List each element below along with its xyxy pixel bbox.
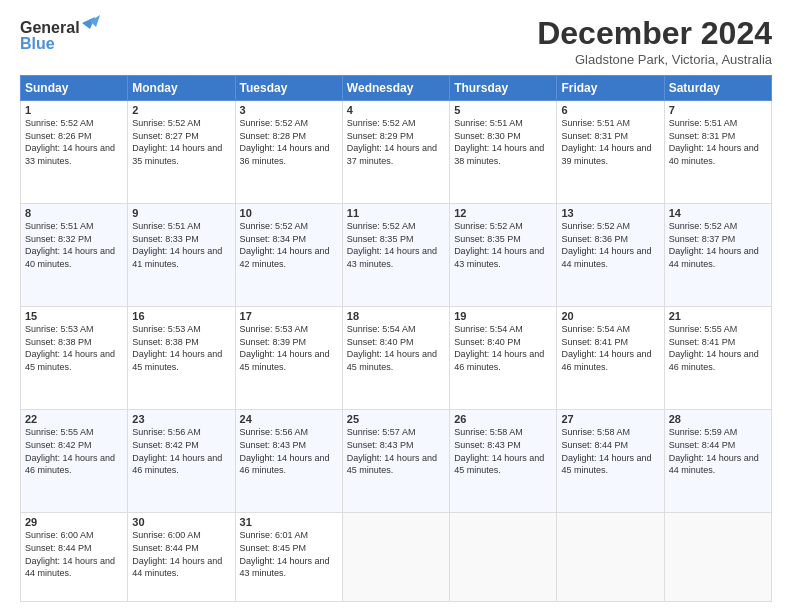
day-info: Sunrise: 5:52 AM Sunset: 8:37 PM Dayligh… — [669, 220, 767, 270]
day-info: Sunrise: 5:54 AM Sunset: 8:40 PM Dayligh… — [454, 323, 552, 373]
day-number: 11 — [347, 207, 445, 219]
day-number: 4 — [347, 104, 445, 116]
calendar-cell: 11 Sunrise: 5:52 AM Sunset: 8:35 PM Dayl… — [342, 204, 449, 307]
calendar-cell: 1 Sunrise: 5:52 AM Sunset: 8:26 PM Dayli… — [21, 101, 128, 204]
day-number: 1 — [25, 104, 123, 116]
day-info: Sunrise: 5:52 AM Sunset: 8:29 PM Dayligh… — [347, 117, 445, 167]
calendar-cell: 24 Sunrise: 5:56 AM Sunset: 8:43 PM Dayl… — [235, 410, 342, 513]
calendar-week-4: 22 Sunrise: 5:55 AM Sunset: 8:42 PM Dayl… — [21, 410, 772, 513]
day-info: Sunrise: 5:51 AM Sunset: 8:30 PM Dayligh… — [454, 117, 552, 167]
day-info: Sunrise: 6:00 AM Sunset: 8:44 PM Dayligh… — [132, 529, 230, 579]
day-number: 22 — [25, 413, 123, 425]
calendar-cell: 2 Sunrise: 5:52 AM Sunset: 8:27 PM Dayli… — [128, 101, 235, 204]
calendar-cell: 23 Sunrise: 5:56 AM Sunset: 8:42 PM Dayl… — [128, 410, 235, 513]
day-number: 23 — [132, 413, 230, 425]
day-info: Sunrise: 5:58 AM Sunset: 8:43 PM Dayligh… — [454, 426, 552, 476]
day-number: 8 — [25, 207, 123, 219]
day-number: 6 — [561, 104, 659, 116]
calendar-cell: 3 Sunrise: 5:52 AM Sunset: 8:28 PM Dayli… — [235, 101, 342, 204]
location: Gladstone Park, Victoria, Australia — [537, 52, 772, 67]
day-number: 21 — [669, 310, 767, 322]
day-info: Sunrise: 5:52 AM Sunset: 8:34 PM Dayligh… — [240, 220, 338, 270]
day-number: 31 — [240, 516, 338, 528]
day-number: 24 — [240, 413, 338, 425]
col-header-thursday: Thursday — [450, 76, 557, 101]
calendar-week-3: 15 Sunrise: 5:53 AM Sunset: 8:38 PM Dayl… — [21, 307, 772, 410]
day-info: Sunrise: 5:52 AM Sunset: 8:27 PM Dayligh… — [132, 117, 230, 167]
calendar-cell: 19 Sunrise: 5:54 AM Sunset: 8:40 PM Dayl… — [450, 307, 557, 410]
day-info: Sunrise: 5:52 AM Sunset: 8:35 PM Dayligh… — [347, 220, 445, 270]
day-number: 26 — [454, 413, 552, 425]
calendar-cell — [450, 513, 557, 602]
page: General Blue December 2024 Gladstone Par… — [0, 0, 792, 612]
day-number: 12 — [454, 207, 552, 219]
calendar-cell — [342, 513, 449, 602]
day-number: 30 — [132, 516, 230, 528]
calendar-cell: 18 Sunrise: 5:54 AM Sunset: 8:40 PM Dayl… — [342, 307, 449, 410]
header: General Blue December 2024 Gladstone Par… — [20, 15, 772, 67]
calendar-cell: 30 Sunrise: 6:00 AM Sunset: 8:44 PM Dayl… — [128, 513, 235, 602]
col-header-tuesday: Tuesday — [235, 76, 342, 101]
day-info: Sunrise: 5:53 AM Sunset: 8:38 PM Dayligh… — [132, 323, 230, 373]
calendar-cell: 6 Sunrise: 5:51 AM Sunset: 8:31 PM Dayli… — [557, 101, 664, 204]
calendar-cell: 25 Sunrise: 5:57 AM Sunset: 8:43 PM Dayl… — [342, 410, 449, 513]
day-info: Sunrise: 5:53 AM Sunset: 8:38 PM Dayligh… — [25, 323, 123, 373]
day-number: 29 — [25, 516, 123, 528]
day-number: 13 — [561, 207, 659, 219]
calendar-week-2: 8 Sunrise: 5:51 AM Sunset: 8:32 PM Dayli… — [21, 204, 772, 307]
day-info: Sunrise: 5:52 AM Sunset: 8:35 PM Dayligh… — [454, 220, 552, 270]
col-header-saturday: Saturday — [664, 76, 771, 101]
day-info: Sunrise: 5:52 AM Sunset: 8:36 PM Dayligh… — [561, 220, 659, 270]
day-number: 27 — [561, 413, 659, 425]
day-number: 5 — [454, 104, 552, 116]
calendar-cell: 8 Sunrise: 5:51 AM Sunset: 8:32 PM Dayli… — [21, 204, 128, 307]
svg-text:Blue: Blue — [20, 35, 55, 52]
calendar-cell: 5 Sunrise: 5:51 AM Sunset: 8:30 PM Dayli… — [450, 101, 557, 204]
col-header-sunday: Sunday — [21, 76, 128, 101]
day-info: Sunrise: 5:53 AM Sunset: 8:39 PM Dayligh… — [240, 323, 338, 373]
calendar-cell: 17 Sunrise: 5:53 AM Sunset: 8:39 PM Dayl… — [235, 307, 342, 410]
calendar-cell: 14 Sunrise: 5:52 AM Sunset: 8:37 PM Dayl… — [664, 204, 771, 307]
calendar-cell: 10 Sunrise: 5:52 AM Sunset: 8:34 PM Dayl… — [235, 204, 342, 307]
day-info: Sunrise: 5:51 AM Sunset: 8:32 PM Dayligh… — [25, 220, 123, 270]
calendar-cell: 9 Sunrise: 5:51 AM Sunset: 8:33 PM Dayli… — [128, 204, 235, 307]
svg-text:General: General — [20, 19, 80, 36]
col-header-friday: Friday — [557, 76, 664, 101]
day-info: Sunrise: 5:59 AM Sunset: 8:44 PM Dayligh… — [669, 426, 767, 476]
day-info: Sunrise: 5:55 AM Sunset: 8:41 PM Dayligh… — [669, 323, 767, 373]
calendar-cell: 20 Sunrise: 5:54 AM Sunset: 8:41 PM Dayl… — [557, 307, 664, 410]
day-info: Sunrise: 6:00 AM Sunset: 8:44 PM Dayligh… — [25, 529, 123, 579]
day-number: 20 — [561, 310, 659, 322]
calendar-cell: 15 Sunrise: 5:53 AM Sunset: 8:38 PM Dayl… — [21, 307, 128, 410]
month-title: December 2024 — [537, 15, 772, 52]
day-number: 2 — [132, 104, 230, 116]
day-info: Sunrise: 5:54 AM Sunset: 8:40 PM Dayligh… — [347, 323, 445, 373]
calendar-cell: 22 Sunrise: 5:55 AM Sunset: 8:42 PM Dayl… — [21, 410, 128, 513]
day-number: 18 — [347, 310, 445, 322]
col-header-wednesday: Wednesday — [342, 76, 449, 101]
calendar-week-1: 1 Sunrise: 5:52 AM Sunset: 8:26 PM Dayli… — [21, 101, 772, 204]
calendar-table: SundayMondayTuesdayWednesdayThursdayFrid… — [20, 75, 772, 602]
calendar-header-row: SundayMondayTuesdayWednesdayThursdayFrid… — [21, 76, 772, 101]
day-number: 14 — [669, 207, 767, 219]
day-info: Sunrise: 6:01 AM Sunset: 8:45 PM Dayligh… — [240, 529, 338, 579]
calendar-cell: 16 Sunrise: 5:53 AM Sunset: 8:38 PM Dayl… — [128, 307, 235, 410]
calendar-cell — [557, 513, 664, 602]
day-number: 9 — [132, 207, 230, 219]
title-block: December 2024 Gladstone Park, Victoria, … — [537, 15, 772, 67]
calendar-cell: 12 Sunrise: 5:52 AM Sunset: 8:35 PM Dayl… — [450, 204, 557, 307]
day-info: Sunrise: 5:51 AM Sunset: 8:33 PM Dayligh… — [132, 220, 230, 270]
logo: General Blue — [20, 15, 100, 59]
day-number: 15 — [25, 310, 123, 322]
day-number: 17 — [240, 310, 338, 322]
day-number: 28 — [669, 413, 767, 425]
calendar-cell: 26 Sunrise: 5:58 AM Sunset: 8:43 PM Dayl… — [450, 410, 557, 513]
calendar-cell: 13 Sunrise: 5:52 AM Sunset: 8:36 PM Dayl… — [557, 204, 664, 307]
calendar-cell: 21 Sunrise: 5:55 AM Sunset: 8:41 PM Dayl… — [664, 307, 771, 410]
day-number: 16 — [132, 310, 230, 322]
col-header-monday: Monday — [128, 76, 235, 101]
logo-text: General Blue — [20, 15, 100, 59]
calendar-cell: 31 Sunrise: 6:01 AM Sunset: 8:45 PM Dayl… — [235, 513, 342, 602]
calendar-cell: 4 Sunrise: 5:52 AM Sunset: 8:29 PM Dayli… — [342, 101, 449, 204]
day-info: Sunrise: 5:58 AM Sunset: 8:44 PM Dayligh… — [561, 426, 659, 476]
